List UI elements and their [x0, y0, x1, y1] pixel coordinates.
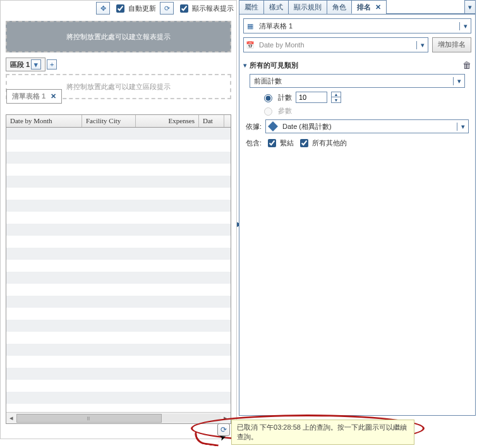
count-input[interactable]: [296, 92, 327, 103]
table-row: [6, 308, 231, 320]
rank-column-select[interactable]: 📅 Date by Month ▾: [243, 37, 428, 52]
ties-label: 繫結: [280, 138, 294, 148]
front-count-value: 前面計數: [250, 76, 453, 86]
refresh-icon[interactable]: ⟳: [160, 2, 174, 15]
table-row: [6, 272, 231, 284]
properties-panel: 屬性 樣式 顯示規則 角色 排名 ✕ ▾ ▦ 清單表格 1 ▾ 📅 Date b…: [239, 0, 476, 417]
target-table-select[interactable]: ▦ 清單表格 1 ▾: [243, 18, 471, 33]
table-row: [6, 200, 231, 212]
basis-value: Date (相異計數): [280, 122, 457, 131]
show-prompt-label: 顯示報表提示: [192, 4, 234, 13]
front-count-select[interactable]: 前面計數 ▾: [250, 74, 465, 88]
properties-tabs: 屬性 樣式 顯示規則 角色 排名 ✕ ▾: [239, 0, 476, 14]
scroll-left-icon[interactable]: ◂: [6, 414, 16, 422]
report-toolbar: ✥ 自動更新 ⟳ 顯示報表提示: [1, 1, 236, 16]
col-date[interactable]: Date by Month: [6, 115, 82, 127]
table-row: [6, 380, 231, 392]
count-radio[interactable]: [264, 94, 272, 102]
tab-properties[interactable]: 屬性: [239, 0, 264, 14]
table-row: [6, 392, 231, 404]
scroll-track[interactable]: ⠿: [16, 414, 220, 423]
include-row: 包含: 繫結 所有其他的: [246, 137, 469, 149]
tab-spacer: [386, 0, 464, 14]
auto-update-input[interactable]: [116, 4, 124, 13]
scroll-thumb[interactable]: ⠿: [16, 414, 162, 423]
list-tab-1[interactable]: 清單表格 1 ✕: [6, 89, 62, 104]
chevron-down-icon[interactable]: ▾: [416, 41, 428, 49]
table-row: [6, 404, 231, 411]
ties-checkbox[interactable]: 繫結: [265, 137, 294, 149]
table-row: [6, 152, 231, 164]
tab-styles[interactable]: 樣式: [263, 0, 289, 14]
spinner-down-icon[interactable]: ▼: [332, 97, 341, 102]
param-radio-row: 參數: [261, 106, 471, 116]
data-grid: Date by Month Facility City Expenses Dat: [6, 114, 231, 424]
param-label: 參數: [278, 106, 292, 116]
count-label: 計數: [278, 93, 292, 102]
grid-header: Date by Month Facility City Expenses Dat: [6, 115, 231, 128]
ties-input[interactable]: [268, 139, 276, 147]
measure-icon: [268, 121, 278, 131]
expand-icon[interactable]: ✥: [96, 2, 110, 15]
col-expenses[interactable]: Expenses: [136, 115, 199, 127]
table-row: [6, 176, 231, 188]
trash-icon[interactable]: 🗑: [462, 60, 471, 70]
table-row: [6, 248, 231, 260]
table-row: [6, 356, 231, 368]
grid-body: [6, 128, 231, 411]
close-icon[interactable]: ✕: [51, 92, 56, 100]
basis-label: 依據:: [246, 122, 262, 131]
table-row: [6, 140, 231, 152]
collapse-arrow-icon[interactable]: ▾: [243, 61, 247, 70]
list-tab-label: 清單表格 1: [12, 92, 45, 101]
include-label: 包含:: [246, 138, 262, 148]
show-prompt-input[interactable]: [180, 4, 188, 13]
auto-update-label: 自動更新: [128, 4, 156, 13]
basis-select[interactable]: Date (相異計數) ▾: [265, 119, 469, 133]
section-prompt-dropzone[interactable]: 將控制放置此處可以建立區段提示 清單表格 1 ✕: [6, 74, 231, 99]
table-row: [6, 284, 231, 296]
auto-update-checkbox[interactable]: 自動更新: [114, 3, 156, 15]
all-visible-header[interactable]: ▾ 所有的可見類別 🗑: [243, 60, 471, 70]
section-tabs: 區段 1 ▾ +: [6, 58, 231, 71]
count-radio-row: 計數 ▲ ▼: [261, 92, 471, 103]
table-icon: ▦: [244, 22, 257, 30]
table-row: [6, 212, 231, 224]
rank-column-value: Date by Month: [257, 41, 416, 49]
table-row: [6, 128, 231, 140]
section-tab-label: 區段 1: [10, 60, 30, 70]
report-prompt-dropzone[interactable]: 將控制放置此處可以建立報表提示: [6, 21, 231, 52]
all-others-input[interactable]: [300, 139, 308, 147]
add-rank-button[interactable]: 增加排名: [432, 37, 471, 52]
basis-row: 依據: Date (相異計數) ▾: [246, 119, 469, 133]
all-others-label: 所有其他的: [312, 138, 347, 148]
table-row: [6, 332, 231, 344]
col-city[interactable]: Facility City: [82, 115, 136, 127]
all-others-checkbox[interactable]: 所有其他的: [298, 137, 347, 149]
tab-ranking[interactable]: 排名 ✕: [351, 0, 387, 14]
col-dat[interactable]: Dat: [199, 115, 224, 127]
table-row: [6, 344, 231, 356]
status-tooltip: 已取消 下午03:28:58 上的查詢。按一下此圖示可以繼續查詢。: [231, 420, 414, 445]
count-spinner[interactable]: ▲ ▼: [331, 92, 341, 103]
close-icon[interactable]: ✕: [375, 3, 381, 11]
chevron-down-icon[interactable]: ▾: [457, 123, 468, 131]
section-tab-1[interactable]: 區段 1 ▾: [6, 58, 45, 71]
status-text: 已取消 下午03:28:58 上的查詢。按一下此圖示可以繼續查詢。: [237, 423, 407, 440]
tabs-overflow-dropdown[interactable]: ▾: [464, 0, 476, 14]
table-row: [6, 236, 231, 248]
section-dropdown-icon[interactable]: ▾: [31, 59, 41, 70]
spinner-up-icon[interactable]: ▲: [332, 92, 341, 97]
table-row: [6, 296, 231, 308]
tab-roles[interactable]: 角色: [327, 0, 352, 14]
chevron-down-icon[interactable]: ▾: [459, 22, 471, 30]
table-row: [6, 188, 231, 200]
chevron-down-icon[interactable]: ▾: [453, 77, 464, 85]
add-section-button[interactable]: +: [47, 59, 57, 70]
table-row: [6, 164, 231, 176]
tab-display-rules[interactable]: 顯示規則: [288, 0, 327, 14]
section-prompt-text: 將控制放置此處可以建立區段提示: [66, 82, 171, 92]
status-callout: ⟳ ➤ 已取消 下午03:28:58 上的查詢。按一下此圖示可以繼續查詢。: [191, 415, 462, 443]
show-prompt-checkbox[interactable]: 顯示報表提示: [178, 3, 234, 15]
list-tab-strip: 清單表格 1 ✕: [6, 89, 62, 104]
